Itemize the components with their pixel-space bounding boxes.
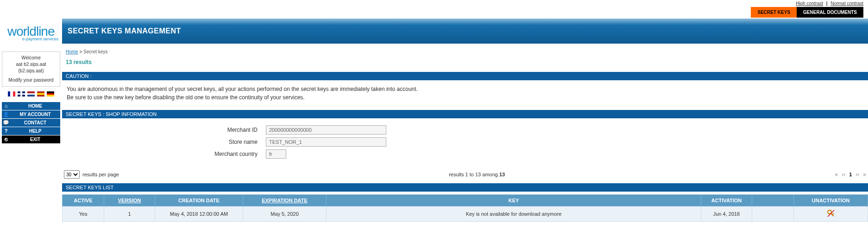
col-activation-action bbox=[752, 195, 794, 206]
cell-unactivation bbox=[794, 206, 868, 222]
exit-icon: ⎋ bbox=[2, 136, 10, 142]
results-per-page-select[interactable]: 30 bbox=[64, 170, 80, 179]
results-count: 13 results bbox=[62, 56, 868, 70]
col-unactivation: UNACTIVATION bbox=[794, 195, 868, 206]
pager-prev-icon[interactable]: ‹‹ bbox=[842, 171, 845, 178]
cell-activation: Jun 4, 2018 bbox=[701, 206, 752, 222]
results-range: results 1 to 13 among bbox=[449, 172, 499, 177]
per-page-label: results per page bbox=[82, 172, 119, 177]
merchant-id-field bbox=[266, 125, 386, 135]
nav-contact[interactable]: 💬 CONTACT bbox=[2, 119, 60, 127]
pager-current-page: 1 bbox=[849, 172, 852, 177]
flag-uk-icon[interactable] bbox=[18, 91, 25, 97]
merchant-id-label: Merchant ID bbox=[62, 127, 266, 133]
normal-contrast-link[interactable]: Normal contrast bbox=[830, 1, 863, 6]
side-nav: ⌂ HOME 👤 MY ACCOUNT 💬 CONTACT ? HELP ⎋ E… bbox=[2, 102, 60, 143]
col-expiration[interactable]: EXPIRATION DATE bbox=[243, 195, 327, 206]
modify-password-link[interactable]: Modify your password bbox=[8, 77, 53, 83]
user-icon: 👤 bbox=[2, 111, 10, 117]
col-version[interactable]: VERSION bbox=[104, 195, 155, 206]
cell-key: Key is not available for download anymor… bbox=[327, 206, 701, 222]
col-activation-date: ACTIVATION bbox=[701, 195, 752, 206]
nav-my-account[interactable]: 👤 MY ACCOUNT bbox=[2, 110, 60, 118]
help-icon: ? bbox=[2, 128, 10, 134]
keys-list-header: SECRET KEYS LIST bbox=[62, 183, 868, 192]
language-flags bbox=[2, 89, 60, 100]
page-title-bar: SECRET KEYS MANAGEMENT bbox=[62, 19, 868, 44]
shop-info-header: SECRET KEYS : SHOP INFORMATION bbox=[62, 110, 868, 118]
user-box: Welcome aat b2.sips.aat (b2.sips.aat) Mo… bbox=[2, 51, 60, 87]
svg-line-2 bbox=[832, 213, 834, 215]
flag-nl-icon[interactable] bbox=[27, 91, 35, 97]
pager-next-icon[interactable]: ›› bbox=[855, 171, 859, 178]
cell-version: 1 bbox=[104, 206, 155, 222]
nav-exit[interactable]: ⎋ EXIT bbox=[2, 135, 60, 143]
store-name-field bbox=[266, 137, 386, 147]
pager-last-icon[interactable]: » bbox=[863, 171, 866, 178]
cell-expiration: May 5, 2020 bbox=[243, 206, 327, 222]
page-title: SECRET KEYS MANAGEMENT bbox=[68, 27, 862, 35]
unactivate-key-icon[interactable] bbox=[827, 209, 835, 218]
col-creation: CREATION DATE bbox=[155, 195, 243, 206]
flag-fr-icon[interactable] bbox=[8, 91, 15, 97]
accessibility-links: High contrast | Normal contrast bbox=[0, 0, 868, 7]
caution-text: You are autonomous in the management of … bbox=[62, 83, 868, 108]
high-contrast-link[interactable]: High contrast bbox=[796, 1, 823, 6]
cell-activation-action bbox=[752, 206, 794, 222]
tab-secret-keys[interactable]: SECRET KEYS bbox=[751, 7, 797, 18]
welcome-label: Welcome bbox=[4, 55, 58, 61]
caution-header: CAUTION : bbox=[62, 72, 868, 80]
merchant-country-label: Merchant country bbox=[62, 151, 266, 157]
tab-general-documents[interactable]: GENERAL DOCUMENTS bbox=[797, 7, 863, 18]
user-name: aat b2.sips.aat bbox=[4, 61, 58, 68]
breadcrumb: Home > Secret keys bbox=[62, 47, 868, 56]
pager-first-icon[interactable]: « bbox=[835, 171, 838, 178]
results-total: 13 bbox=[499, 172, 505, 177]
table-row: Yes 1 May 4, 2018 12:00:00 AM May 5, 202… bbox=[63, 206, 868, 222]
flag-de-icon[interactable] bbox=[47, 91, 54, 97]
cell-creation: May 4, 2018 12:00:00 AM bbox=[155, 206, 243, 222]
home-icon: ⌂ bbox=[2, 103, 10, 109]
chat-icon: 💬 bbox=[2, 120, 10, 126]
secret-keys-table: ACTIVE VERSION CREATION DATE EXPIRATION … bbox=[62, 194, 868, 222]
logo: worldline e-payment services bbox=[2, 19, 60, 50]
col-active: ACTIVE bbox=[63, 195, 104, 206]
store-name-label: Store name bbox=[62, 139, 266, 145]
col-key: KEY bbox=[327, 195, 701, 206]
top-tabs: SECRET KEYS GENERAL DOCUMENTS bbox=[0, 7, 868, 18]
user-login: (b2.sips.aat) bbox=[4, 68, 58, 74]
nav-help[interactable]: ? HELP bbox=[2, 127, 60, 135]
cell-active: Yes bbox=[63, 206, 104, 222]
breadcrumb-home[interactable]: Home bbox=[66, 49, 78, 54]
flag-es-icon[interactable] bbox=[37, 91, 44, 97]
breadcrumb-current: Secret keys bbox=[83, 49, 107, 54]
pager-row: 30 results per page results 1 to 13 amon… bbox=[62, 167, 868, 181]
merchant-country-field bbox=[266, 149, 286, 159]
nav-home[interactable]: ⌂ HOME bbox=[2, 102, 60, 110]
